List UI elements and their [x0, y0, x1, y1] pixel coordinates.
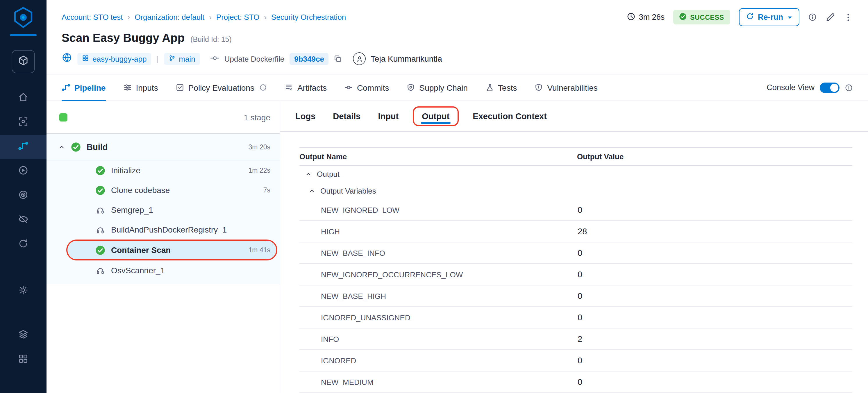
output-value: 0	[576, 248, 852, 258]
commit-message-text: Update Dockerfile	[224, 54, 285, 63]
breadcrumb-separator: ›	[128, 13, 130, 22]
edit-pencil-icon[interactable]	[826, 12, 835, 22]
tab-tests[interactable]: Tests	[485, 74, 517, 100]
console-view-label: Console View	[767, 83, 814, 92]
console-info-icon[interactable]	[845, 84, 853, 92]
breadcrumb-organization[interactable]: Organization: default	[134, 13, 204, 22]
sidebar-item-apps[interactable]	[0, 347, 46, 372]
title-row: Scan Easy Buggy App (Build Id: 15)	[46, 26, 868, 45]
module-selector[interactable]	[12, 50, 35, 73]
kebab-menu-icon[interactable]	[844, 12, 853, 22]
git-branch-icon	[168, 54, 175, 63]
pipeline-tab-icon	[62, 83, 70, 92]
commits-tab-icon	[344, 83, 353, 92]
sidebar-item-executions[interactable]	[0, 159, 46, 184]
top-bar: Account: STO test › Organization: defaul…	[46, 0, 868, 26]
step-row-initialize[interactable]: Initialize 1m 22s	[46, 160, 280, 180]
breadcrumb-project[interactable]: Project: STO	[216, 13, 259, 22]
clock-icon	[627, 12, 636, 22]
active-detail-tab-underline	[421, 122, 451, 124]
tab-vulnerabilities[interactable]: Vulnerabilities	[534, 74, 597, 100]
supply-chain-tab-icon	[407, 83, 415, 92]
chevron-up-icon[interactable]	[58, 143, 65, 150]
tab-details[interactable]: Details	[333, 112, 361, 121]
sidebar-item-deployments[interactable]	[0, 184, 46, 208]
console-view-toggle[interactable]	[820, 82, 839, 93]
output-name: HIGH	[300, 227, 576, 236]
output-name: INFO	[300, 335, 576, 343]
tab-supply-chain[interactable]: Supply Chain	[407, 74, 468, 100]
step-detail-tabs: Logs Details Input Output Execution Cont…	[280, 101, 868, 132]
status-badge: SUCCESS	[673, 10, 730, 24]
layers-icon	[18, 329, 29, 342]
avatar	[353, 52, 366, 65]
tab-policy-evaluations[interactable]: Policy Evaluations	[176, 74, 267, 100]
step-duration: 7s	[264, 187, 270, 193]
info-icon[interactable]	[808, 13, 817, 22]
output-table-header: Output Name Output Value	[300, 147, 852, 166]
step-detail-panel: Logs Details Input Output Execution Cont…	[280, 101, 868, 393]
breadcrumb-account[interactable]: Account: STO test	[62, 13, 123, 22]
policy-info-icon[interactable]	[259, 84, 267, 91]
tab-commits[interactable]: Commits	[344, 74, 389, 100]
step-label: Clone codebase	[111, 185, 257, 195]
sidebar-item-hidden[interactable]	[0, 208, 46, 233]
sidebar-bottom-nav	[0, 323, 46, 372]
tab-pipeline[interactable]: Pipeline	[62, 74, 105, 100]
stage-row-build[interactable]: Build 3m 20s	[46, 134, 280, 160]
app-viewport: Account: STO test › Organization: defaul…	[0, 0, 868, 393]
headset-icon	[95, 266, 105, 275]
step-row-build-and-push[interactable]: BuildAndPushDockerRegistry_1	[46, 220, 280, 240]
tab-label: Policy Evaluations	[188, 83, 254, 92]
table-row: INFO 2	[300, 329, 852, 350]
rerun-refresh-icon	[746, 12, 754, 22]
stage-duration: 3m 20s	[249, 143, 270, 150]
sidebar-item-builds[interactable]	[0, 111, 46, 135]
table-row: NEW_MEDIUM 0	[300, 371, 852, 393]
tab-logs[interactable]: Logs	[295, 112, 315, 121]
step-row-container-scan[interactable]: Container Scan 1m 41s	[46, 240, 280, 261]
harness-logo[interactable]	[10, 6, 37, 36]
output-name: NEW_IGNORED_OCCURRENCES_LOW	[300, 270, 576, 279]
output-table: Output Name Output Value Output Output V…	[300, 147, 852, 393]
meta-divider: |	[156, 54, 158, 63]
headset-icon	[95, 206, 105, 214]
sidebar-item-home[interactable]	[0, 86, 46, 111]
tab-label: Supply Chain	[420, 83, 468, 92]
step-row-osv-scanner[interactable]: OsvScanner_1	[46, 261, 280, 280]
tab-execution-context[interactable]: Execution Context	[473, 112, 547, 121]
commit-sha-badge[interactable]: 9b349ce	[289, 53, 329, 65]
rerun-button[interactable]: Re-run	[739, 8, 799, 26]
harness-logo-icon	[12, 6, 35, 31]
policy-tab-icon	[176, 83, 184, 92]
chevron-up-icon[interactable]	[305, 171, 312, 177]
repo-badge[interactable]: easy-buggy-app	[77, 53, 151, 65]
headset-icon	[95, 225, 105, 234]
copy-icon[interactable]	[334, 55, 342, 63]
step-row-semgrep[interactable]: Semgrep_1	[46, 200, 280, 220]
group-row-output[interactable]: Output	[300, 166, 852, 183]
step-row-clone-codebase[interactable]: Clone codebase 7s	[46, 180, 280, 200]
stage-status-square	[59, 113, 67, 121]
table-row: IGNORED_UNASSIGNED 0	[300, 307, 852, 329]
globe-icon	[62, 52, 72, 65]
target-icon	[18, 189, 29, 202]
sidebar-item-gitops[interactable]	[0, 233, 46, 257]
chevron-up-icon[interactable]	[309, 188, 315, 194]
tab-input[interactable]: Input	[378, 112, 399, 121]
console-view-control: Console View	[767, 82, 853, 93]
tab-label: Commits	[357, 83, 389, 92]
group-row-output-variables[interactable]: Output Variables	[300, 183, 852, 200]
rerun-label: Re-run	[758, 13, 783, 22]
page-title: Scan Easy Buggy App	[62, 31, 185, 45]
branch-badge[interactable]: main	[164, 53, 200, 65]
sidebar-item-settings[interactable]	[0, 279, 46, 303]
tab-inputs[interactable]: Inputs	[123, 74, 158, 100]
tab-output[interactable]: Output	[412, 107, 459, 126]
tab-artifacts[interactable]: Artifacts	[285, 74, 327, 100]
output-name: NEW_BASE_INFO	[300, 248, 576, 257]
sidebar-item-pipelines[interactable]	[0, 135, 46, 159]
output-name: NEW_MEDIUM	[300, 377, 576, 386]
breadcrumb-module[interactable]: Security Orchestration	[271, 13, 346, 22]
sidebar-item-modules[interactable]	[0, 323, 46, 347]
